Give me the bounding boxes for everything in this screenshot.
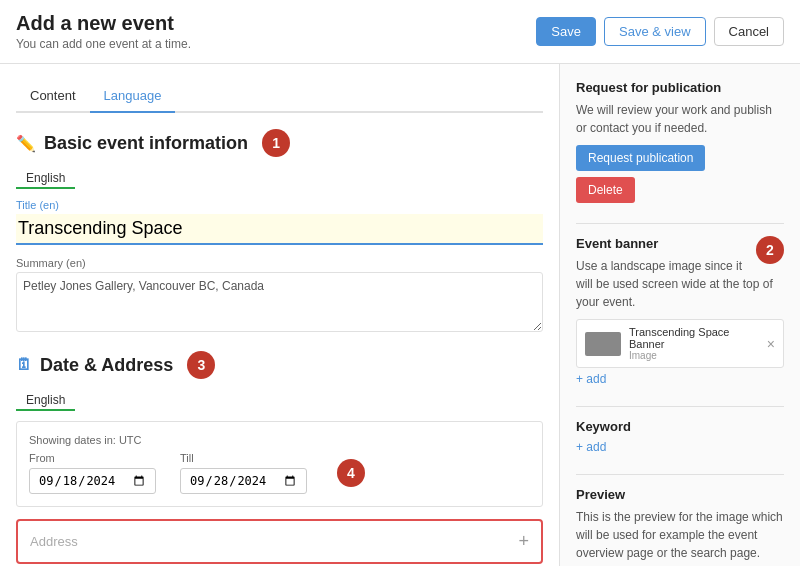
title-label: Title (en) xyxy=(16,199,543,211)
basic-info-lang[interactable]: English xyxy=(16,169,75,189)
tabs: Content Language xyxy=(16,80,543,113)
banner-section: Event banner 2 Use a landscape image sin… xyxy=(576,223,784,386)
summary-textarea[interactable]: Petley Jones Gallery, Vancouver BC, Cana… xyxy=(16,272,543,332)
publication-section: Request for publication We will review y… xyxy=(576,80,784,203)
preview-section: Preview This is the preview for the imag… xyxy=(576,474,784,566)
main-layout: Content Language ✏️ Basic event informat… xyxy=(0,64,800,566)
basic-info-heading: Basic event information xyxy=(44,133,248,154)
right-panel: Request for publication We will review y… xyxy=(560,64,800,566)
save-button[interactable]: Save xyxy=(536,17,596,46)
publication-heading: Request for publication xyxy=(576,80,784,95)
address-placeholder: Address xyxy=(30,534,78,549)
page-title: Add a new event xyxy=(16,12,191,35)
banner-add-link[interactable]: + add xyxy=(576,372,784,386)
till-label: Till xyxy=(180,452,307,464)
title-group: Title (en) xyxy=(16,199,543,245)
tab-language[interactable]: Language xyxy=(90,80,176,113)
preview-heading: Preview xyxy=(576,474,784,502)
till-date-input[interactable] xyxy=(180,468,307,494)
circle-4: 4 xyxy=(337,459,365,487)
banner-thumbnail xyxy=(585,332,621,356)
address-box[interactable]: Address + xyxy=(16,519,543,564)
preview-text: This is the preview for the image which … xyxy=(576,508,784,566)
basic-info-header: ✏️ Basic event information 1 xyxy=(16,129,543,157)
keyword-section: Keyword + add xyxy=(576,406,784,454)
title-input[interactable] xyxy=(16,214,543,245)
basic-info-section: ✏️ Basic event information 1 English Tit… xyxy=(16,129,543,335)
save-view-button[interactable]: Save & view xyxy=(604,17,706,46)
request-publication-button[interactable]: Request publication xyxy=(576,145,705,171)
circle-1: 1 xyxy=(262,129,290,157)
banner-item: Transcending Space Banner Image × xyxy=(576,319,784,368)
tab-content[interactable]: Content xyxy=(16,80,90,113)
banner-heading: Event banner 2 xyxy=(576,223,784,251)
page-title-block: Add a new event You can add one event at… xyxy=(16,12,191,51)
showing-dates: Showing dates in: UTC xyxy=(29,434,530,446)
date-row: From Till 4 xyxy=(29,452,530,494)
page-subtitle: You can add one event at a time. xyxy=(16,37,191,51)
cancel-button[interactable]: Cancel xyxy=(714,17,784,46)
till-group: Till xyxy=(180,452,307,494)
pencil-icon: ✏️ xyxy=(16,134,36,153)
calendar-icon: 🗓 xyxy=(16,356,32,374)
circle-2: 2 xyxy=(756,236,784,264)
banner-sub: Image xyxy=(629,350,767,361)
keyword-heading: Keyword xyxy=(576,406,784,434)
date-lang[interactable]: English xyxy=(16,391,75,411)
top-bar-actions: Save Save & view Cancel xyxy=(536,17,784,46)
address-plus-icon[interactable]: + xyxy=(518,531,529,552)
from-group: From xyxy=(29,452,156,494)
banner-close-icon[interactable]: × xyxy=(767,336,775,352)
keyword-add-link[interactable]: + add xyxy=(576,440,784,454)
date-range-box: Showing dates in: UTC From Till 4 xyxy=(16,421,543,507)
banner-item-left: Transcending Space Banner Image xyxy=(585,326,767,361)
summary-label: Summary (en) xyxy=(16,257,543,269)
banner-name: Transcending Space Banner xyxy=(629,326,767,350)
top-bar: Add a new event You can add one event at… xyxy=(0,0,800,64)
date-address-heading: Date & Address xyxy=(40,355,173,376)
banner-info: Transcending Space Banner Image xyxy=(629,326,767,361)
left-panel: Content Language ✏️ Basic event informat… xyxy=(0,64,560,566)
date-address-section: 🗓 Date & Address 3 English Showing dates… xyxy=(16,351,543,564)
from-date-input[interactable] xyxy=(29,468,156,494)
delete-button[interactable]: Delete xyxy=(576,177,635,203)
date-address-header: 🗓 Date & Address 3 xyxy=(16,351,543,379)
summary-group: Summary (en) Petley Jones Gallery, Vanco… xyxy=(16,257,543,335)
banner-text: Use a landscape image since it will be u… xyxy=(576,257,784,311)
publication-text: We will review your work and publish or … xyxy=(576,101,784,137)
circle-3: 3 xyxy=(187,351,215,379)
from-label: From xyxy=(29,452,156,464)
